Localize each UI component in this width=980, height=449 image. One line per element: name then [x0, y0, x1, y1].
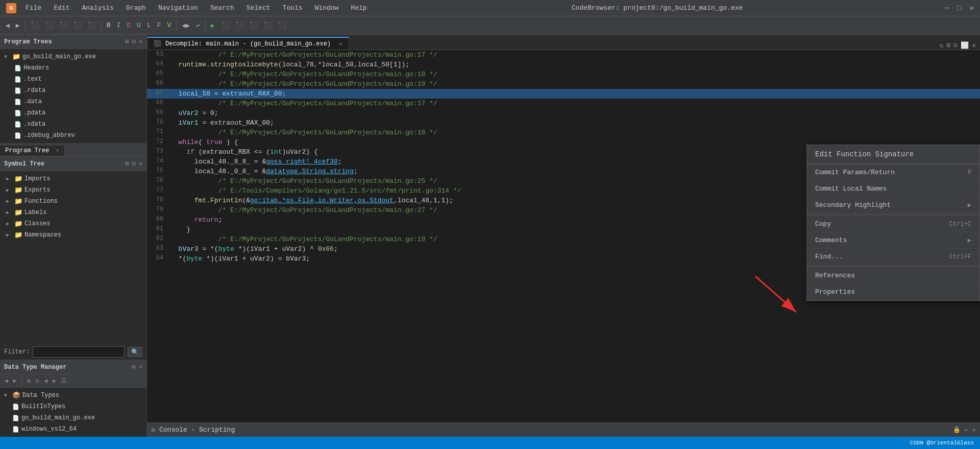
code-content-63: /* E:/MyProject/GoProjects/GoLandProject…: [168, 50, 980, 60]
code-content-67: local_58 = extraout_RAX_00;: [168, 89, 980, 99]
toolbar-nav5[interactable]: ⬛: [85, 20, 99, 31]
menu-analysis[interactable]: Analysis: [79, 3, 116, 13]
toolbar-misc2[interactable]: ⬛: [261, 20, 275, 31]
menu-edit[interactable]: Edit: [51, 3, 72, 13]
dtm-windows[interactable]: 📄 windows_vs12_64: [0, 423, 146, 435]
symbol-namespaces[interactable]: ▶ 📁 Namespaces: [0, 229, 146, 241]
refresh-icon[interactable]: ↻: [940, 41, 944, 50]
filter-input[interactable]: [33, 346, 125, 358]
tree-rdata[interactable]: 📄 .rdata: [0, 85, 146, 96]
tree-root[interactable]: ▼ 📁 go_build_main_go.exe: [0, 51, 146, 62]
toolbar-nav1[interactable]: ⬛: [28, 20, 41, 31]
toolbar-back[interactable]: ◀: [3, 20, 12, 31]
toolbar-misc1[interactable]: ⬛: [247, 20, 260, 31]
tree-xdata[interactable]: 📄 .xdata: [0, 119, 146, 130]
menu-select[interactable]: Select: [243, 3, 274, 13]
toolbar-u[interactable]: U: [134, 20, 143, 31]
menu-search[interactable]: Search: [207, 3, 237, 13]
toolbar-action2[interactable]: ↩: [193, 20, 203, 31]
functions-label: Functions: [24, 198, 58, 205]
line-num-70: 70: [147, 118, 168, 126]
symbol-labels[interactable]: ▶ 📁 Labels: [0, 207, 146, 218]
symbol-functions[interactable]: ▶ 📁 Functions: [0, 196, 146, 207]
toolbar-f[interactable]: F: [155, 20, 164, 31]
dtm-data-types[interactable]: ▼ 📦 Data Types: [0, 390, 146, 401]
menu-window[interactable]: Window: [312, 3, 342, 13]
tree-headers[interactable]: 📄 Headers: [0, 62, 146, 74]
symbol-tree-icon1[interactable]: ⊞: [125, 160, 129, 168]
console-close-icon[interactable]: ✕: [972, 426, 976, 434]
ctx-comments[interactable]: Comments ▶: [807, 232, 979, 249]
maximize-button[interactable]: □: [957, 4, 961, 12]
program-tree-tab-close[interactable]: ×: [56, 148, 59, 154]
toolbar-bold[interactable]: B: [104, 20, 113, 31]
program-trees-icon2[interactable]: ⊡: [132, 38, 136, 45]
ctx-properties[interactable]: Properties: [807, 284, 979, 300]
close-button[interactable]: ✕: [970, 4, 974, 12]
split-icon[interactable]: ⊞: [947, 41, 951, 50]
ctx-references[interactable]: References: [807, 268, 979, 284]
dtm-btn2[interactable]: ⊡: [34, 377, 41, 385]
dtm-close[interactable]: ✕: [139, 363, 142, 371]
dtm-btn-next[interactable]: ▶: [12, 377, 18, 385]
toolbar-play2[interactable]: ⬛: [218, 20, 232, 31]
program-tree-tab[interactable]: Program Tree ×: [0, 146, 65, 156]
symbol-imports[interactable]: ▶ 📁 Imports: [0, 173, 146, 184]
toolbar-nav3[interactable]: ⬛: [57, 20, 70, 31]
program-trees-close[interactable]: ✕: [139, 38, 142, 45]
dtm-icon1[interactable]: ⊞: [132, 363, 136, 371]
toolbar-forward[interactable]: ▶: [13, 20, 22, 31]
ctx-edit-function-signature[interactable]: Edit Function Signature: [807, 145, 979, 164]
dtm-go-build[interactable]: 📄 go_build_main_go.exe: [0, 412, 146, 423]
toolbar-v[interactable]: V: [165, 20, 174, 31]
tree-text[interactable]: 📄 .text: [0, 74, 146, 85]
code-line-66: 66 /* E:/MyProject/GoProjects/GoLandProj…: [147, 79, 980, 89]
ctx-comments-arrow: ▶: [968, 237, 971, 244]
code-tab-main[interactable]: ⬛ Decompile: main.main - (go_build_main_…: [147, 37, 349, 50]
symbol-exports[interactable]: ▶ 📁 Exports: [0, 184, 146, 196]
tree-zdebug[interactable]: 📄 .zdebug_abbrev: [0, 130, 146, 141]
menu-navigation[interactable]: Navigation: [155, 3, 201, 13]
code-tab-close[interactable]: ✕: [339, 40, 342, 47]
console-lock-icon[interactable]: 🔒: [953, 426, 961, 434]
program-trees-icon1[interactable]: ⊞: [125, 38, 129, 45]
dtm-btn4[interactable]: ▶: [51, 377, 58, 385]
ctx-commit-local-names[interactable]: Commit Local Names: [807, 181, 979, 197]
menu-graph[interactable]: Graph: [123, 3, 149, 13]
ctx-commit-params[interactable]: Commit Params/Return P: [807, 164, 979, 181]
code-close-icon[interactable]: ✕: [972, 41, 976, 50]
tree-data[interactable]: 📄 .data: [0, 96, 146, 107]
status-bar: CSDN @OrientalGlass: [0, 437, 980, 449]
menu-file[interactable]: File: [22, 3, 44, 13]
toolbar-action1[interactable]: ◀▶: [179, 20, 192, 31]
toolbar-italic[interactable]: I: [114, 20, 123, 31]
expand-icon[interactable]: ⊡: [953, 41, 958, 50]
dtm-builtin[interactable]: 📄 BuiltInTypes: [0, 401, 146, 412]
menu-help[interactable]: Help: [348, 3, 370, 13]
console-edit-icon[interactable]: ✏: [965, 426, 968, 434]
toolbar-run[interactable]: ▶: [208, 20, 217, 31]
filter-button[interactable]: 🔍: [128, 347, 142, 357]
toolbar-d[interactable]: D: [124, 20, 133, 31]
minimize-button[interactable]: ─: [945, 4, 949, 12]
dtm-btn-prev[interactable]: ◀: [3, 377, 10, 385]
toolbar-stop[interactable]: ⬛: [233, 20, 246, 31]
code-line-70: 70 iVar1 = extraout_RAX_00;: [147, 118, 980, 128]
ctx-find[interactable]: Find... Ctrl+F: [807, 249, 979, 265]
symbol-classes[interactable]: ▶ 📁 Classes: [0, 218, 146, 229]
symbol-tree-icon2[interactable]: ⊡: [132, 160, 136, 168]
ctx-secondary-highlight[interactable]: Secondary Highlight ▶: [807, 197, 979, 214]
tree-pdata[interactable]: 📄 .pdata: [0, 107, 146, 119]
toolbar-nav4[interactable]: ⬛: [71, 20, 84, 31]
symbol-tree-close[interactable]: ✕: [139, 160, 142, 168]
maximize-icon[interactable]: ⬜: [961, 41, 969, 50]
toolbar-l[interactable]: L: [144, 20, 154, 31]
menu-tools[interactable]: Tools: [280, 3, 306, 13]
classes-arrow: ▶: [6, 221, 12, 227]
ctx-copy[interactable]: Copy Ctrl+C: [807, 216, 979, 232]
dtm-btn1[interactable]: ⊞: [26, 377, 32, 385]
toolbar-nav2[interactable]: ⬛: [42, 20, 56, 31]
dtm-btn3[interactable]: ◀: [43, 377, 50, 385]
dtm-btn5[interactable]: ☰: [60, 377, 68, 385]
toolbar-misc3[interactable]: ⬛: [276, 20, 289, 31]
